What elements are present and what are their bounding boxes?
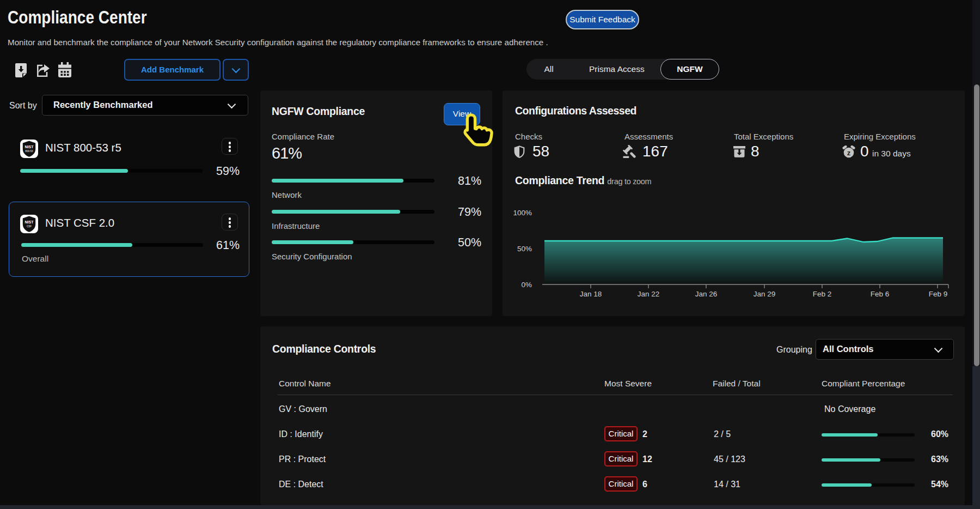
svg-text:0%: 0% <box>521 281 532 289</box>
svg-text:800-53: 800-53 <box>25 150 33 153</box>
svg-text:Jan 22: Jan 22 <box>638 290 660 298</box>
svg-text:Jan 18: Jan 18 <box>580 290 602 298</box>
svg-text:z: z <box>847 149 851 157</box>
svg-text:Feb 6: Feb 6 <box>871 290 890 298</box>
svg-text:Feb 9: Feb 9 <box>929 290 948 298</box>
svg-text:Jan 26: Jan 26 <box>695 290 718 298</box>
svg-text:Jan 29: Jan 29 <box>754 290 776 298</box>
svg-text:50%: 50% <box>517 245 532 253</box>
svg-text:CSF: CSF <box>27 225 32 228</box>
svg-text:100%: 100% <box>513 209 532 217</box>
svg-text:NIST: NIST <box>25 145 34 149</box>
svg-text:NIST: NIST <box>25 220 34 224</box>
svg-text:Feb 2: Feb 2 <box>813 290 832 298</box>
